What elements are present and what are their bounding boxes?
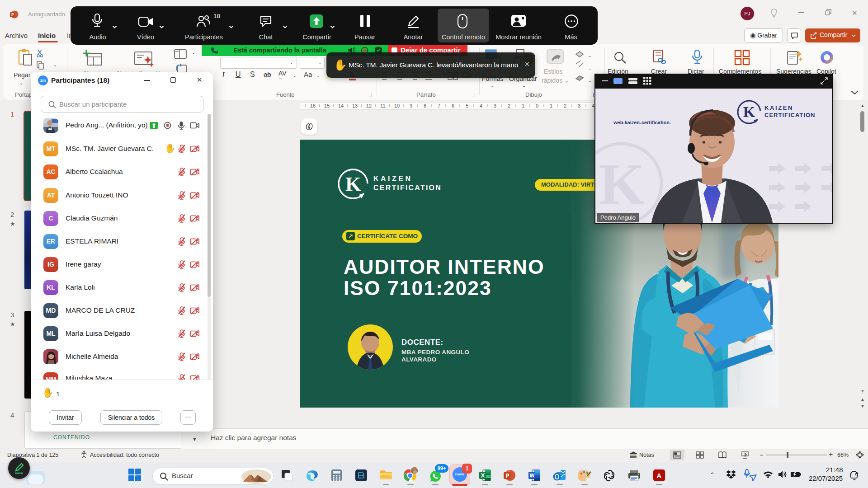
svg-text:A: A [657,472,662,479]
svg-text:K: K [743,103,755,120]
svg-text:15: 15 [324,103,330,108]
svg-text:K: K [599,151,644,216]
svg-text:K: K [345,173,361,195]
svg-text:11: 11 [380,103,385,108]
svg-text:14: 14 [338,103,344,108]
svg-text:KAIZEN: KAIZEN [764,104,793,111]
svg-text:4: 4 [480,103,482,108]
svg-text:CERTIFICATION: CERTIFICATION [764,112,815,118]
svg-text:z: z [857,471,859,474]
svg-text:1: 1 [522,103,524,108]
svg-text:8: 8 [424,103,426,108]
svg-text:2: 2 [564,103,566,108]
svg-text:2: 2 [508,103,510,108]
svg-text:5: 5 [466,103,468,108]
svg-text:web.kaizen-certification.: web.kaizen-certification. [613,120,671,125]
svg-text:KAIZEN: KAIZEN [373,175,413,183]
svg-text:3: 3 [578,103,580,108]
svg-text:16: 16 [310,103,316,108]
svg-text:3: 3 [494,103,496,108]
svg-text:10: 10 [394,103,400,108]
svg-text:0: 0 [536,103,538,108]
svg-text:6: 6 [452,103,454,108]
svg-text:CERTIFICATION: CERTIFICATION [373,184,442,192]
svg-text:12: 12 [366,103,372,108]
svg-text:9: 9 [410,103,412,108]
svg-text:13: 13 [352,103,358,108]
svg-text:1: 1 [550,103,552,108]
svg-text:7: 7 [438,103,440,108]
